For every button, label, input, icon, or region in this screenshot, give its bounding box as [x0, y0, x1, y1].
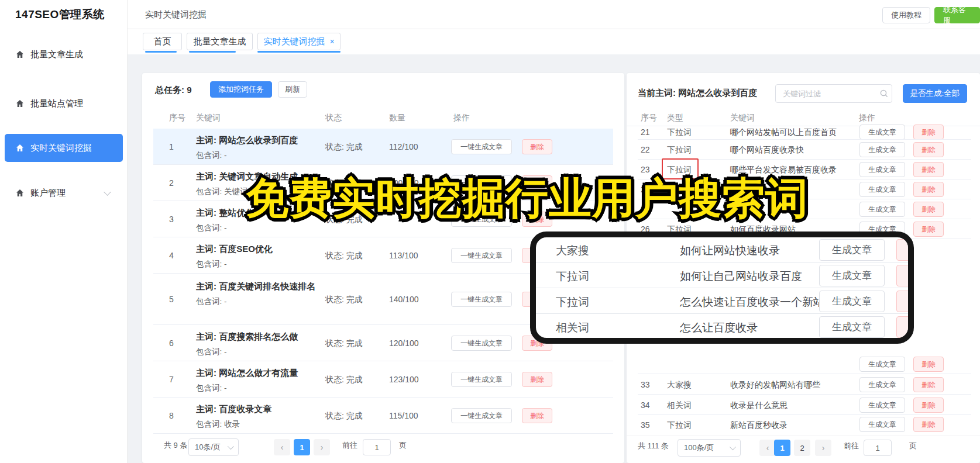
home-icon: [15, 188, 25, 198]
row-contains: 包含词: -: [196, 346, 324, 358]
prev-page-button[interactable]: ‹: [274, 439, 290, 455]
table-row[interactable]: 35 下拉词 新站百度秒收录 生成文章 删除: [638, 415, 971, 434]
page-size-select[interactable]: 10条/页: [188, 438, 239, 456]
table-row[interactable]: 生成文章 删除: [638, 354, 971, 374]
delete-button[interactable]: 删除: [913, 357, 944, 372]
table-row[interactable]: 33 大家搜 收录好的发帖网站有哪些 生成文章 删除: [638, 374, 971, 395]
table-row[interactable]: 下拉词 怎么快速让百度收录一个新站 生成文章: [536, 289, 908, 314]
generate-article-button[interactable]: 生成文章: [859, 142, 905, 157]
delete-button[interactable]: 删除: [913, 222, 944, 237]
tab-underline: [189, 51, 236, 53]
refresh-button[interactable]: 刷新: [278, 81, 307, 98]
contact-support-button[interactable]: 联系客服: [934, 7, 980, 23]
delete-button[interactable]: [896, 265, 914, 286]
generate-article-button[interactable]: 生成文章: [859, 357, 905, 372]
row-keyword: 如何让自己网站收录百度: [680, 269, 802, 284]
delete-button[interactable]: 删除: [913, 417, 944, 432]
table-row[interactable]: 7 主词: 网站怎么做才有流量 包含词: - 状态: 完成 123/100 一键…: [153, 361, 613, 398]
result-pagination: 共 111 条 100条/页 ‹ 1 2 › 前往 页: [627, 436, 980, 459]
add-task-button[interactable]: 添加挖词任务: [210, 81, 272, 98]
row-index: 7: [169, 375, 174, 384]
table-row[interactable]: 大家搜 如何让网站快速收录 生成文章: [536, 237, 908, 262]
generate-article-button[interactable]: 生成文章: [859, 417, 905, 432]
row-type: 下拉词: [667, 145, 692, 156]
delete-button[interactable]: 删除: [913, 377, 944, 392]
delete-button[interactable]: [896, 239, 914, 261]
page-number-1[interactable]: 1: [774, 440, 790, 456]
row-count: 120/100: [389, 338, 419, 348]
prev-page-button[interactable]: ‹: [759, 440, 776, 456]
generate-article-button[interactable]: 一键生成文章: [451, 292, 512, 307]
goto-page-input[interactable]: [363, 439, 391, 455]
sidebar-item-account[interactable]: 账户管理: [5, 179, 123, 207]
tab-home[interactable]: 首页: [143, 33, 182, 50]
tab-keyword-mining[interactable]: 实时关键词挖掘 ×: [257, 33, 341, 50]
table-row[interactable]: 34 相关词 收录是什么意思 生成文章 删除: [638, 395, 971, 415]
keyword-filter-input[interactable]: [775, 84, 892, 103]
total-tasks-label: 总任务: 9: [155, 85, 192, 96]
generate-article-button[interactable]: 一键生成文章: [451, 372, 512, 387]
generate-article-button[interactable]: 生成文章: [819, 291, 885, 312]
table-row[interactable]: 相关词 怎么让百度收录 生成文章: [536, 315, 908, 340]
generate-article-button[interactable]: 生成文章: [859, 162, 905, 177]
generate-filter-button[interactable]: 是否生成:全部: [903, 84, 967, 103]
table-row[interactable]: 1 主词: 网站怎么收录到百度 包含词: - 状态: 完成 112/100 一键…: [153, 129, 613, 165]
current-keyword-label: 当前主词: 网站怎么收录到百度: [638, 88, 757, 99]
generate-article-button[interactable]: 一键生成文章: [451, 336, 512, 351]
generate-article-button[interactable]: 生成文章: [859, 202, 905, 217]
generate-article-button[interactable]: 生成文章: [859, 377, 905, 392]
sidebar-item-keyword-mining[interactable]: 实时关键词挖掘: [5, 134, 123, 162]
row-keyword: 主词: 百度关键词排名快速排名: [196, 280, 320, 292]
generate-article-button[interactable]: 生成文章: [819, 239, 885, 261]
goto-page-input[interactable]: [864, 440, 892, 456]
generate-article-button[interactable]: 生成文章: [859, 398, 905, 413]
task-table-header: 序号 关键词 状态 数量 操作: [142, 113, 624, 128]
next-page-button[interactable]: ›: [314, 439, 330, 455]
delete-button[interactable]: 删除: [522, 139, 552, 154]
delete-button[interactable]: 删除: [913, 125, 944, 140]
zoomed-rows-inset: 大家搜 如何让网站快速收录 生成文章 下拉词 如何让自己网站收录百度 生成文章 …: [530, 231, 914, 344]
delete-button[interactable]: 删除: [913, 398, 944, 413]
sidebar-item-batch-site[interactable]: 批量站点管理: [5, 89, 123, 118]
generate-article-button[interactable]: 生成文章: [859, 182, 905, 197]
close-icon[interactable]: ×: [329, 37, 334, 46]
generate-article-button[interactable]: 一键生成文章: [451, 139, 512, 154]
delete-button[interactable]: [896, 291, 914, 312]
next-page-button[interactable]: ›: [815, 440, 831, 456]
row-count: 140/100: [389, 295, 419, 304]
page-number-1[interactable]: 1: [294, 439, 310, 455]
row-status: 状态: 完成: [325, 338, 363, 349]
sidebar-item-batch-article[interactable]: 批量文章生成: [5, 40, 123, 68]
delete-button[interactable]: [896, 316, 914, 338]
row-index: 1: [169, 142, 174, 151]
tab-label: 首页: [154, 36, 171, 47]
delete-button[interactable]: 删除: [522, 408, 552, 423]
table-row[interactable]: 下拉词 如何让自己网站收录百度 生成文章: [536, 263, 908, 288]
tab-batch-article[interactable]: 批量文章生成: [187, 33, 253, 50]
generate-article-button[interactable]: 生成文章: [859, 125, 905, 140]
delete-button[interactable]: 删除: [913, 162, 944, 177]
table-row[interactable]: 21 下拉词 哪个网站发帖可以上百度首页 生成文章 删除: [638, 122, 971, 140]
sidebar-item-label: 批量站点管理: [30, 98, 83, 109]
table-row[interactable]: 8 主词: 百度收录文章 包含词: 收录 状态: 完成 115/100 一键生成…: [153, 398, 613, 434]
generate-article-button[interactable]: 生成文章: [819, 316, 885, 338]
row-keyword: 主词: 网站怎么收录到百度: [196, 134, 324, 146]
page-size-select[interactable]: 100条/页: [678, 439, 741, 457]
table-row[interactable]: 22 下拉词 哪个网站百度收录快 生成文章 删除: [638, 140, 971, 160]
delete-button[interactable]: 删除: [913, 202, 944, 217]
delete-button[interactable]: 删除: [913, 142, 944, 157]
row-type: 下拉词: [556, 269, 589, 284]
generate-article-button[interactable]: 一键生成文章: [451, 408, 512, 423]
page-size-value: 10条/页: [195, 442, 221, 452]
generate-article-button[interactable]: 一键生成文章: [451, 248, 512, 263]
tutorial-button[interactable]: 使用教程: [882, 7, 930, 23]
row-index: 5: [169, 295, 174, 304]
page-number-2[interactable]: 2: [794, 440, 810, 456]
generate-article-button[interactable]: 生成文章: [819, 265, 885, 286]
row-index: 33: [641, 380, 650, 389]
row-type: 下拉词: [667, 127, 692, 138]
row-contains: 包含词: -: [196, 296, 320, 307]
delete-button[interactable]: 删除: [913, 182, 944, 197]
delete-button[interactable]: 删除: [522, 372, 552, 387]
row-type: 相关词: [667, 400, 692, 411]
